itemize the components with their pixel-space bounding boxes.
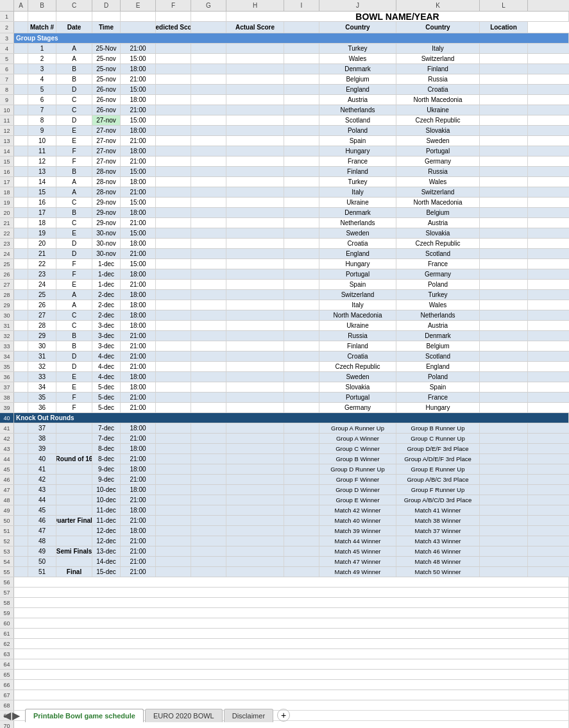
actual2-16[interactable] [284, 198, 319, 207]
actual2-9[interactable] [284, 126, 319, 135]
ko-pred-39[interactable] [156, 444, 191, 453]
pred2-20[interactable] [191, 239, 226, 248]
ko-actual2-38[interactable] [284, 434, 319, 443]
pred2-35[interactable] [191, 393, 226, 402]
ko-pred2-42[interactable] [191, 475, 226, 484]
pred-3[interactable] [156, 64, 191, 74]
actual-15[interactable] [226, 187, 284, 197]
actual-10[interactable] [226, 136, 284, 146]
ko-pred-50[interactable] [156, 557, 191, 566]
actual2-15[interactable] [284, 187, 319, 197]
actual-25[interactable] [226, 290, 284, 300]
ko-pred-37[interactable] [156, 423, 191, 433]
actual-2[interactable] [226, 54, 284, 63]
pred2-13[interactable] [191, 167, 226, 176]
actual2-4[interactable] [284, 74, 319, 84]
ko-actual-47[interactable] [226, 526, 284, 536]
actual-23[interactable] [226, 269, 284, 279]
actual-20[interactable] [226, 239, 284, 248]
pred-36[interactable] [156, 403, 191, 412]
ko-actual2-37[interactable] [284, 423, 319, 433]
pred-25[interactable] [156, 290, 191, 300]
ko-pred2-45[interactable] [191, 505, 226, 515]
pred-29[interactable] [156, 331, 191, 341]
actual2-12[interactable] [284, 157, 319, 166]
ko-pred2-49[interactable] [191, 546, 226, 556]
pred2-31[interactable] [191, 351, 226, 361]
actual-19[interactable] [226, 228, 284, 238]
pred-13[interactable] [156, 167, 191, 176]
pred-22[interactable] [156, 259, 191, 269]
ko-pred2-40[interactable] [191, 454, 226, 464]
pred-6[interactable] [156, 95, 191, 105]
actual-31[interactable] [226, 351, 284, 361]
pred-7[interactable] [156, 105, 191, 115]
ko-actual-37[interactable] [226, 423, 284, 433]
ko-actual-45[interactable] [226, 505, 284, 515]
ko-pred2-37[interactable] [191, 423, 226, 433]
pred-17[interactable] [156, 208, 191, 217]
pred-5[interactable] [156, 85, 191, 94]
pred-14[interactable] [156, 177, 191, 187]
ko-pred-45[interactable] [156, 505, 191, 515]
ko-pred2-48[interactable] [191, 536, 226, 546]
pred2-36[interactable] [191, 403, 226, 412]
ko-actual2-42[interactable] [284, 475, 319, 484]
ko-pred-38[interactable] [156, 434, 191, 443]
actual-24[interactable] [226, 280, 284, 289]
pred2-22[interactable] [191, 259, 226, 269]
actual2-32[interactable] [284, 362, 319, 371]
actual2-8[interactable] [284, 115, 319, 125]
ko-pred-46[interactable] [156, 516, 191, 525]
actual-22[interactable] [226, 259, 284, 269]
pred-21[interactable] [156, 249, 191, 258]
actual2-36[interactable] [284, 403, 319, 412]
add-sheet-button[interactable]: + [277, 709, 290, 722]
pred2-11[interactable] [191, 146, 226, 156]
tab-euro[interactable]: EURO 2020 BOWL [145, 709, 223, 722]
actual-28[interactable] [226, 321, 284, 330]
pred-30[interactable] [156, 341, 191, 351]
actual2-24[interactable] [284, 280, 319, 289]
pred2-19[interactable] [191, 228, 226, 238]
actual2-22[interactable] [284, 259, 319, 269]
ko-actual-46[interactable] [226, 516, 284, 525]
actual-18[interactable] [226, 218, 284, 228]
sheet-nav-right[interactable]: ▶ [12, 709, 20, 722]
actual2-27[interactable] [284, 310, 319, 320]
actual2-20[interactable] [284, 239, 319, 248]
ko-pred2-50[interactable] [191, 557, 226, 566]
actual2-30[interactable] [284, 341, 319, 351]
actual2-13[interactable] [284, 167, 319, 176]
actual-21[interactable] [226, 249, 284, 258]
pred-8[interactable] [156, 115, 191, 125]
actual2-28[interactable] [284, 321, 319, 330]
actual-12[interactable] [226, 157, 284, 166]
ko-actual2-41[interactable] [284, 464, 319, 474]
ko-pred-41[interactable] [156, 464, 191, 474]
actual-9[interactable] [226, 126, 284, 135]
pred2-18[interactable] [191, 218, 226, 228]
actual2-14[interactable] [284, 177, 319, 187]
pred2-34[interactable] [191, 382, 226, 392]
ko-pred-47[interactable] [156, 526, 191, 536]
pred-12[interactable] [156, 157, 191, 166]
ko-pred2-51[interactable] [191, 567, 226, 577]
ko-actual2-40[interactable] [284, 454, 319, 464]
actual2-11[interactable] [284, 146, 319, 156]
pred2-8[interactable] [191, 115, 226, 125]
ko-actual-39[interactable] [226, 444, 284, 453]
actual-26[interactable] [226, 300, 284, 310]
pred-27[interactable] [156, 310, 191, 320]
pred2-10[interactable] [191, 136, 226, 146]
actual2-26[interactable] [284, 300, 319, 310]
ko-pred2-47[interactable] [191, 526, 226, 536]
actual-6[interactable] [226, 95, 284, 105]
actual2-34[interactable] [284, 382, 319, 392]
ko-pred-49[interactable] [156, 546, 191, 556]
actual-5[interactable] [226, 85, 284, 94]
ko-pred-42[interactable] [156, 475, 191, 484]
actual2-7[interactable] [284, 105, 319, 115]
pred-26[interactable] [156, 300, 191, 310]
actual2-3[interactable] [284, 64, 319, 74]
